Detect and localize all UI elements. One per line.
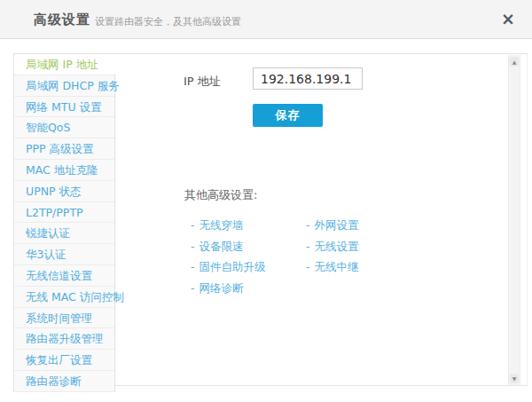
sidebar-item-router-diagnose[interactable]: 路由器诊断 (14, 371, 114, 392)
link-dash: - (191, 240, 195, 253)
link-wan-settings[interactable]: -外网设置 (306, 219, 359, 240)
sidebar-item-ppp[interactable]: PPP 高级设置 (14, 138, 114, 160)
page-title: 高级设置 (34, 12, 90, 28)
sidebar-item-ruijie-auth[interactable]: 锐捷认证 (14, 223, 114, 244)
link-dash: - (306, 218, 310, 232)
link-dash: - (191, 260, 195, 273)
sidebar-item-upnp[interactable]: UPNP 状态 (14, 181, 114, 202)
settings-panel: 局域网 IP 地址 局域网 DHCP 服务 网络 MTU 设置 智能QoS PP… (13, 53, 528, 386)
other-settings-links: -无线穿墙 -设备限速 -固件自助升级 -网络诊断 -外网设置 -无线设置 -无… (191, 219, 359, 303)
sidebar-item-mac-clone[interactable]: MAC 地址克隆 (14, 160, 114, 181)
settings-sidebar: 局域网 IP 地址 局域网 DHCP 服务 网络 MTU 设置 智能QoS PP… (13, 54, 115, 392)
sidebar-item-lan-dhcp[interactable]: 局域网 DHCP 服务 (14, 75, 114, 97)
sidebar-item-wifi-channel[interactable]: 无线信道设置 (14, 265, 114, 287)
sidebar-item-factory-reset[interactable]: 恢复出厂设置 (14, 350, 114, 371)
link-dash: - (306, 240, 310, 253)
link-wifi-settings[interactable]: -无线设置 (306, 240, 359, 262)
sidebar-item-system-time[interactable]: 系统时间管理 (14, 308, 114, 329)
settings-content: IP 地址 保存 其他高级设置: -无线穿墙 -设备限速 -固件自助升级 -网络… (116, 54, 527, 385)
sidebar-item-h3-auth[interactable]: 华3认证 (14, 244, 114, 265)
link-dash: - (191, 218, 195, 232)
links-column-2: -外网设置 -无线设置 -无线中继 (306, 219, 359, 303)
sidebar-item-qos[interactable]: 智能QoS (14, 117, 114, 138)
other-settings-heading: 其他高级设置: (184, 187, 257, 203)
scroll-up-icon[interactable]: ▲ (510, 57, 519, 67)
sidebar-item-l2tp-pptp[interactable]: L2TP/PPTP (14, 202, 114, 224)
links-column-1: -无线穿墙 -设备限速 -固件自助升级 -网络诊断 (191, 219, 306, 303)
sidebar-item-wifi-mac-acl[interactable]: 无线 MAC 访问控制 (14, 287, 114, 308)
ip-address-label: IP 地址 (184, 74, 221, 90)
link-wifi-relay[interactable]: -无线中继 (306, 261, 359, 282)
sidebar-item-router-upgrade[interactable]: 路由器升级管理 (14, 328, 114, 350)
link-firmware-self-upgrade[interactable]: -固件自助升级 (191, 261, 306, 282)
close-icon[interactable]: × (497, 7, 519, 30)
dialog-header: 高级设置 设置路由器安全，及其他高级设置 × (0, 0, 532, 39)
content-scrollbar[interactable]: ▲ ▼ (508, 55, 520, 385)
link-device-speed-limit[interactable]: -设备限速 (191, 240, 306, 262)
link-dash: - (191, 281, 195, 295)
save-button[interactable]: 保存 (253, 104, 323, 127)
link-wifi-wallthrough[interactable]: -无线穿墙 (191, 219, 306, 240)
link-dash: - (306, 260, 310, 273)
sidebar-item-lan-ip[interactable]: 局域网 IP 地址 (14, 54, 116, 75)
scroll-down-icon[interactable]: ▼ (510, 374, 519, 383)
page-subtitle: 设置路由器安全，及其他高级设置 (95, 15, 241, 28)
sidebar-item-mtu[interactable]: 网络 MTU 设置 (14, 97, 114, 118)
ip-address-input[interactable] (253, 67, 363, 90)
link-network-diagnose[interactable]: -网络诊断 (191, 282, 306, 303)
